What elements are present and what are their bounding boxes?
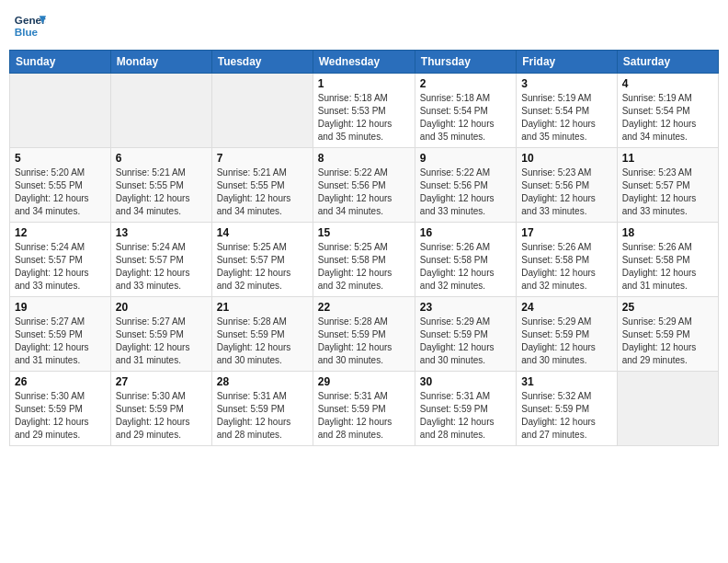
calendar-cell: 15Sunrise: 5:25 AM Sunset: 5:58 PM Dayli… [313, 223, 415, 297]
day-number: 5 [15, 152, 106, 165]
week-row-4: 19Sunrise: 5:27 AM Sunset: 5:59 PM Dayli… [10, 297, 719, 372]
day-number: 15 [318, 226, 410, 239]
day-number: 27 [116, 375, 207, 388]
day-info: Sunrise: 5:27 AM Sunset: 5:59 PM Dayligh… [15, 316, 106, 367]
day-info: Sunrise: 5:29 AM Sunset: 5:59 PM Dayligh… [521, 316, 611, 367]
day-number: 26 [15, 375, 106, 388]
day-number: 17 [521, 226, 611, 239]
day-number: 16 [420, 226, 511, 239]
weekday-header-row: SundayMondayTuesdayWednesdayThursdayFrid… [10, 51, 719, 74]
day-info: Sunrise: 5:23 AM Sunset: 5:56 PM Dayligh… [521, 167, 611, 218]
week-row-5: 26Sunrise: 5:30 AM Sunset: 5:59 PM Dayli… [10, 372, 719, 446]
calendar-cell: 11Sunrise: 5:23 AM Sunset: 5:57 PM Dayli… [617, 148, 718, 223]
day-number: 21 [217, 301, 308, 314]
day-info: Sunrise: 5:25 AM Sunset: 5:58 PM Dayligh… [318, 241, 410, 293]
day-number: 29 [318, 375, 410, 388]
weekday-header-wednesday: Wednesday [313, 51, 415, 74]
calendar-cell: 4Sunrise: 5:19 AM Sunset: 5:54 PM Daylig… [617, 74, 718, 148]
day-info: Sunrise: 5:31 AM Sunset: 5:59 PM Dayligh… [217, 390, 308, 442]
day-number: 18 [622, 226, 713, 239]
day-info: Sunrise: 5:28 AM Sunset: 5:59 PM Dayligh… [318, 316, 410, 367]
day-info: Sunrise: 5:21 AM Sunset: 5:55 PM Dayligh… [217, 167, 308, 218]
calendar-cell: 17Sunrise: 5:26 AM Sunset: 5:58 PM Dayli… [517, 223, 617, 297]
calendar-cell: 26Sunrise: 5:30 AM Sunset: 5:59 PM Dayli… [10, 372, 111, 446]
calendar-cell: 7Sunrise: 5:21 AM Sunset: 5:55 PM Daylig… [211, 148, 313, 223]
day-number: 31 [521, 375, 611, 388]
day-info: Sunrise: 5:26 AM Sunset: 5:58 PM Dayligh… [622, 241, 713, 293]
day-number: 30 [420, 375, 511, 388]
calendar-cell: 29Sunrise: 5:31 AM Sunset: 5:59 PM Dayli… [313, 372, 415, 446]
day-number: 13 [116, 226, 207, 239]
day-info: Sunrise: 5:30 AM Sunset: 5:59 PM Dayligh… [116, 390, 207, 442]
day-info: Sunrise: 5:27 AM Sunset: 5:59 PM Dayligh… [116, 316, 207, 367]
day-number: 1 [318, 77, 410, 90]
calendar-cell: 25Sunrise: 5:29 AM Sunset: 5:59 PM Dayli… [617, 297, 718, 372]
day-info: Sunrise: 5:25 AM Sunset: 5:57 PM Dayligh… [217, 241, 308, 293]
calendar-cell: 5Sunrise: 5:20 AM Sunset: 5:55 PM Daylig… [10, 148, 111, 223]
day-info: Sunrise: 5:26 AM Sunset: 5:58 PM Dayligh… [420, 241, 511, 293]
day-info: Sunrise: 5:24 AM Sunset: 5:57 PM Dayligh… [15, 241, 106, 293]
calendar-cell [10, 74, 111, 148]
day-number: 2 [420, 77, 511, 90]
calendar-cell: 28Sunrise: 5:31 AM Sunset: 5:59 PM Dayli… [211, 372, 313, 446]
calendar-cell: 3Sunrise: 5:19 AM Sunset: 5:54 PM Daylig… [517, 74, 617, 148]
weekday-header-saturday: Saturday [617, 51, 718, 74]
calendar-cell: 20Sunrise: 5:27 AM Sunset: 5:59 PM Dayli… [110, 297, 211, 372]
day-info: Sunrise: 5:22 AM Sunset: 5:56 PM Dayligh… [420, 167, 511, 218]
svg-text:Blue: Blue [15, 26, 39, 38]
weekday-header-friday: Friday [517, 51, 617, 74]
day-number: 28 [217, 375, 308, 388]
calendar-cell: 9Sunrise: 5:22 AM Sunset: 5:56 PM Daylig… [415, 148, 516, 223]
day-number: 9 [420, 152, 511, 165]
day-info: Sunrise: 5:19 AM Sunset: 5:54 PM Dayligh… [622, 92, 713, 144]
calendar-cell: 23Sunrise: 5:29 AM Sunset: 5:59 PM Dayli… [415, 297, 516, 372]
day-number: 24 [521, 301, 611, 314]
calendar-cell: 21Sunrise: 5:28 AM Sunset: 5:59 PM Dayli… [211, 297, 313, 372]
day-number: 10 [521, 152, 611, 165]
day-number: 22 [318, 301, 410, 314]
day-number: 11 [622, 152, 713, 165]
day-number: 6 [116, 152, 207, 165]
day-info: Sunrise: 5:28 AM Sunset: 5:59 PM Dayligh… [217, 316, 308, 367]
calendar-cell: 24Sunrise: 5:29 AM Sunset: 5:59 PM Dayli… [517, 297, 617, 372]
calendar-cell: 22Sunrise: 5:28 AM Sunset: 5:59 PM Dayli… [313, 297, 415, 372]
day-number: 8 [318, 152, 410, 165]
week-row-3: 12Sunrise: 5:24 AM Sunset: 5:57 PM Dayli… [10, 223, 719, 297]
calendar-cell: 10Sunrise: 5:23 AM Sunset: 5:56 PM Dayli… [517, 148, 617, 223]
weekday-header-monday: Monday [110, 51, 211, 74]
day-info: Sunrise: 5:19 AM Sunset: 5:54 PM Dayligh… [521, 92, 611, 144]
calendar-cell: 19Sunrise: 5:27 AM Sunset: 5:59 PM Dayli… [10, 297, 111, 372]
day-info: Sunrise: 5:29 AM Sunset: 5:59 PM Dayligh… [420, 316, 511, 367]
calendar-cell: 13Sunrise: 5:24 AM Sunset: 5:57 PM Dayli… [110, 223, 211, 297]
day-number: 4 [622, 77, 713, 90]
calendar-cell [617, 372, 718, 446]
weekday-header-sunday: Sunday [10, 51, 111, 74]
day-number: 7 [217, 152, 308, 165]
day-info: Sunrise: 5:18 AM Sunset: 5:54 PM Dayligh… [420, 92, 511, 144]
calendar-cell: 2Sunrise: 5:18 AM Sunset: 5:54 PM Daylig… [415, 74, 516, 148]
weekday-header-tuesday: Tuesday [211, 51, 313, 74]
day-number: 23 [420, 301, 511, 314]
day-info: Sunrise: 5:23 AM Sunset: 5:57 PM Dayligh… [622, 167, 713, 218]
day-info: Sunrise: 5:32 AM Sunset: 5:59 PM Dayligh… [521, 390, 611, 442]
calendar-cell: 31Sunrise: 5:32 AM Sunset: 5:59 PM Dayli… [517, 372, 617, 446]
day-number: 19 [15, 301, 106, 314]
day-number: 25 [622, 301, 713, 314]
day-info: Sunrise: 5:22 AM Sunset: 5:56 PM Dayligh… [318, 167, 410, 218]
week-row-2: 5Sunrise: 5:20 AM Sunset: 5:55 PM Daylig… [10, 148, 719, 223]
logo-icon: General Blue [13, 9, 46, 42]
weekday-header-thursday: Thursday [415, 51, 516, 74]
day-info: Sunrise: 5:20 AM Sunset: 5:55 PM Dayligh… [15, 167, 106, 218]
day-info: Sunrise: 5:30 AM Sunset: 5:59 PM Dayligh… [15, 390, 106, 442]
logo: General Blue [13, 9, 46, 42]
calendar-cell: 12Sunrise: 5:24 AM Sunset: 5:57 PM Dayli… [10, 223, 111, 297]
calendar-table: SundayMondayTuesdayWednesdayThursdayFrid… [9, 50, 719, 446]
day-number: 3 [521, 77, 611, 90]
page-header: General Blue [9, 9, 719, 42]
calendar-cell: 16Sunrise: 5:26 AM Sunset: 5:58 PM Dayli… [415, 223, 516, 297]
week-row-1: 1Sunrise: 5:18 AM Sunset: 5:53 PM Daylig… [10, 74, 719, 148]
day-info: Sunrise: 5:31 AM Sunset: 5:59 PM Dayligh… [420, 390, 511, 442]
calendar-cell [211, 74, 313, 148]
calendar-cell: 27Sunrise: 5:30 AM Sunset: 5:59 PM Dayli… [110, 372, 211, 446]
calendar-cell: 18Sunrise: 5:26 AM Sunset: 5:58 PM Dayli… [617, 223, 718, 297]
